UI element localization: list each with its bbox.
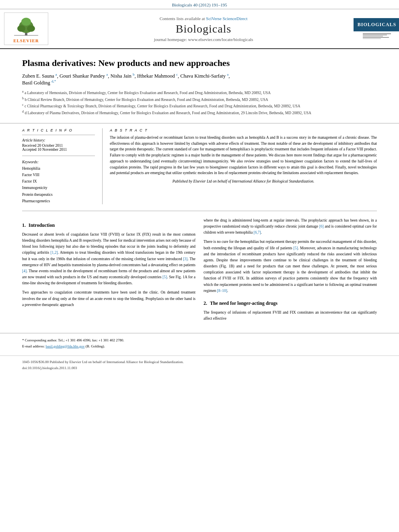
abstract-label: A B S T R A C T (110, 128, 377, 132)
citation-4[interactable]: [4] (22, 269, 27, 273)
published-by: Published by Elsevier Ltd on behalf of I… (110, 179, 377, 183)
biologicals-logo-right: BIOLOGICALS (359, 12, 395, 45)
body-right-col: where the drug is administered long-term… (204, 218, 377, 325)
citation-3[interactable]: [3] (183, 257, 187, 261)
section2-paragraph: The frequency of infusions of replacemen… (204, 310, 377, 322)
email-label-text: E-mail address: (22, 344, 45, 348)
article-info-label: A R T I C L E I N F O (22, 128, 95, 132)
elsevier-brand-text: ELSEVIER (13, 38, 39, 43)
citation-1-2[interactable]: [1,2] (50, 251, 58, 255)
affiliation-b: b Clinical Review Branch, Division of He… (25, 98, 268, 102)
keyword-immunogenicity: Immunogenicity (22, 185, 95, 191)
body-section: 1. Introduction Decreased or absent leve… (0, 218, 399, 325)
sciverse-text: Contents lists available at SciVerse Sci… (160, 16, 247, 21)
keyword-pharmacogenetics: Pharmacogenetics (22, 198, 95, 204)
journal-reference: Biologicals 40 (2012) 191–195 (0, 0, 399, 9)
citation-5b[interactable]: [5] (294, 246, 298, 250)
journal-homepage: journal homepage: www.elsevier.com/locat… (154, 37, 253, 42)
biologicals-brand-box: BIOLOGICALS (354, 18, 399, 31)
page: Biologicals 40 (2012) 191–195 ELSEVIER (0, 0, 399, 532)
affiliation-d: d Laboratory of Plasma Derivatives, Divi… (25, 111, 311, 115)
intro-paragraph-2: Two approaches to coagulation concentrat… (22, 290, 195, 308)
abstract-text: The infusion of plasma-derived or recomb… (110, 135, 377, 176)
keyword-factor-viii: Factor VIII (22, 172, 95, 178)
keyword-protein-therapeutics: Protein therapeutics (22, 191, 95, 198)
intro-number: 1. (22, 222, 26, 228)
journal-ref-text: Biologicals 40 (2012) 191–195 (172, 2, 227, 7)
authors: Zuben E. Sauna a, Gouri Shankar Pandey a… (22, 72, 377, 86)
bottom-line2: doi:10.1016/j.biologicals.2011.11.003 (22, 365, 377, 371)
section2-title: 2. The need for longer-acting drugs (204, 300, 377, 306)
journal-center: Contents lists available at SciVerse Sci… (52, 12, 355, 45)
article-info-col: A R T I C L E I N F O Article history: R… (22, 128, 103, 204)
email-link[interactable]: basil.golding@fda.hhs.gov (45, 344, 84, 348)
article-title: Plasma derivatives: New products and new… (22, 58, 377, 68)
intro-section-title: 1. Introduction (22, 222, 195, 228)
svg-point-4 (21, 18, 31, 26)
bottom-line1: 1045-1056/$36.00 Published by Elsevier L… (22, 359, 377, 365)
body-left-col: 1. Introduction Decreased or absent leve… (22, 218, 195, 325)
right-paragraph-1: where the drug is administered long-term… (204, 218, 377, 236)
biologicals-brand-text: BIOLOGICALS (358, 22, 396, 27)
affiliations: a a Laboratory of Hemostasis, Division o… (22, 89, 377, 116)
affiliation-a: a Laboratory of Hemostasis, Division of … (25, 91, 271, 95)
citation-5[interactable]: [5] (162, 275, 167, 279)
bio-lines-decoration (363, 33, 391, 39)
keyword-hemophilia: Hemophilia (22, 165, 95, 172)
bottom-bar: 1045-1056/$36.00 Published by Elsevier L… (0, 355, 399, 371)
accepted-date: Accepted 10 November 2011 (22, 148, 95, 152)
abstract-col: A B S T R A C T The infusion of plasma-d… (103, 128, 377, 204)
citation-6[interactable]: [6] (319, 224, 324, 228)
info-abstract-section: A R T I C L E I N F O Article history: R… (0, 123, 399, 204)
corresponding-author: * Corresponding author. Tel.; +1 301 496… (22, 337, 377, 343)
elsevier-logo: ELSEVIER (4, 12, 48, 45)
keywords-section: Keywords: Hemophilia Factor VIII Factor … (22, 160, 95, 204)
citation-8-10[interactable]: [8–10] (217, 289, 227, 293)
section-divider (22, 211, 377, 211)
email-line: E-mail address: basil.golding@fda.hhs.go… (22, 343, 377, 349)
intro-title: Introduction (29, 222, 55, 228)
contents-available-text: Contents lists available at (160, 16, 205, 21)
section2-number: 2. (204, 300, 207, 306)
sciverse-link[interactable]: SciVerse ScienceDirect (206, 16, 247, 21)
right-paragraph-2: There is no cure for the hemophilias but… (204, 239, 377, 294)
elsevier-tree-icon (10, 14, 42, 37)
affiliation-c: c Clinical Pharmacology & Toxicology Bra… (25, 104, 300, 108)
email-suffix-text: (B. Golding). (86, 344, 105, 348)
article-history: Article history: Received 20 October 201… (22, 138, 95, 152)
intro-paragraph-1: Decreased or absent levels of coagulatio… (22, 232, 195, 287)
keywords-label: Keywords: (22, 160, 95, 164)
article-title-section: Plasma derivatives: New products and new… (0, 49, 399, 123)
citation-6-7[interactable]: [6,7] (254, 230, 261, 234)
history-label: Article history: (22, 138, 95, 142)
footnote-section: * Corresponding author. Tel.; +1 301 496… (0, 333, 399, 349)
svg-point-2 (17, 25, 25, 32)
journal-title: Biologicals (176, 23, 232, 35)
journal-header: ELSEVIER Contents lists available at Sci… (0, 9, 399, 49)
section2-title-text: The need for longer-acting drugs (210, 300, 278, 306)
svg-point-3 (27, 25, 35, 32)
keyword-factor-ix: Factor IX (22, 178, 95, 185)
section2-text: The frequency of infusions of replacemen… (204, 310, 377, 320)
received-date: Received 20 October 2011 (22, 144, 95, 148)
